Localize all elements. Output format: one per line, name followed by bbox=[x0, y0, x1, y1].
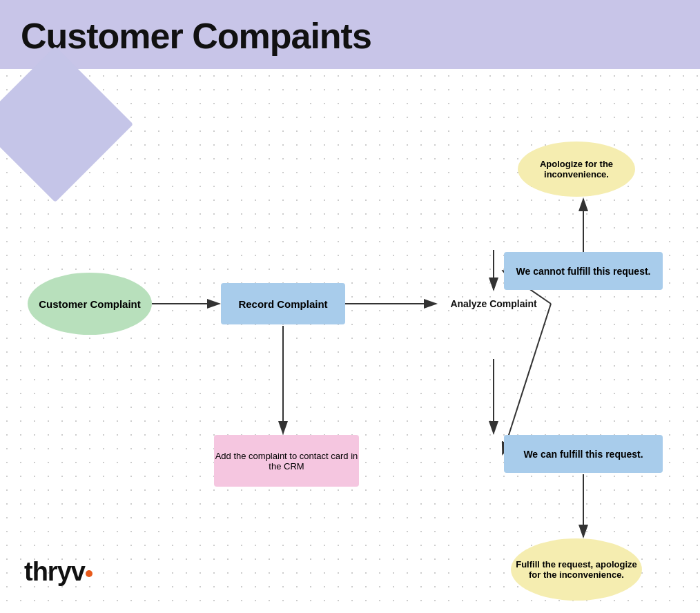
can-fulfill-node: We can fulfill this request. bbox=[504, 435, 663, 473]
apologize-top-node: Apologize for the inconvenience. bbox=[518, 142, 635, 197]
page-wrapper: Customer Compaints bbox=[0, 0, 700, 613]
fulfill-apologize-node: Fulfill the request, apologize for the i… bbox=[511, 538, 642, 601]
page-title: Customer Compaints bbox=[21, 15, 679, 57]
diagram-area: Customer Complaint Record Complaint Anal… bbox=[0, 69, 700, 606]
cannot-fulfill-node: We cannot fulfill this request. bbox=[504, 252, 663, 290]
add-crm-node: Add the complaint to contact card in the… bbox=[214, 435, 359, 487]
record-complaint-node: Record Complaint bbox=[221, 283, 345, 324]
logo-text: thryv bbox=[24, 557, 85, 587]
customer-complaint-node: Customer Complaint bbox=[28, 273, 152, 335]
header-banner: Customer Compaints bbox=[0, 0, 700, 69]
logo-dot bbox=[86, 570, 93, 577]
analyze-complaint-diamond bbox=[0, 46, 133, 202]
logo: thryv bbox=[24, 557, 93, 587]
